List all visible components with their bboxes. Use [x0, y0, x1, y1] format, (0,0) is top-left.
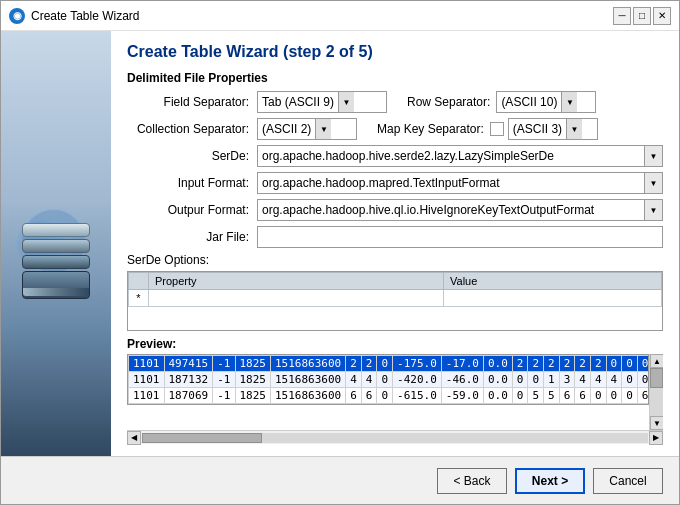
preview-cell: 0 [528, 372, 544, 388]
preview-cell: -46.0 [441, 372, 483, 388]
collection-separator-dropdown[interactable]: (ASCII 2) ▼ [257, 118, 357, 140]
preview-cell: 2 [361, 356, 377, 372]
scroll-left-btn[interactable]: ◀ [127, 431, 141, 445]
window-controls: ─ □ ✕ [613, 7, 671, 25]
footer: < Back Next > Cancel [1, 456, 679, 504]
preview-cell: -615.0 [393, 388, 442, 404]
app-icon: ◉ [9, 8, 25, 24]
close-button[interactable]: ✕ [653, 7, 671, 25]
row-separator-value: (ASCII 10) [501, 95, 557, 109]
serde-dropdown-btn[interactable]: ▼ [644, 146, 662, 166]
preview-cell: 0 [622, 372, 638, 388]
preview-cell: -17.0 [441, 356, 483, 372]
preview-cell: 0 [377, 372, 393, 388]
preview-cell: 1516863600 [271, 388, 346, 404]
preview-cell: 0 [377, 388, 393, 404]
input-format-combo[interactable]: org.apache.hadoop.mapred.TextInputFormat… [257, 172, 663, 194]
field-separator-arrow[interactable]: ▼ [338, 92, 354, 112]
serde-options-row: * [129, 290, 662, 307]
scrollbar-track[interactable] [142, 433, 648, 443]
row-separator-label: Row Separator: [407, 95, 490, 109]
preview-cell: -59.0 [441, 388, 483, 404]
preview-cell: 4 [361, 372, 377, 388]
row-separator-arrow[interactable]: ▼ [561, 92, 577, 112]
preview-cell: -420.0 [393, 372, 442, 388]
preview-row: 1101187069-118251516863600660-615.0-59.0… [129, 388, 650, 404]
preview-cell: 6 [637, 388, 649, 404]
next-button[interactable]: Next > [515, 468, 585, 494]
preview-cell: 1516863600 [271, 372, 346, 388]
field-separator-row: Field Separator: Tab (ASCII 9) ▼ Row Sep… [127, 91, 663, 113]
preview-cell: 2 [559, 356, 575, 372]
preview-cell: 6 [559, 388, 575, 404]
preview-cell: 4 [575, 372, 591, 388]
main-window: ◉ Create Table Wizard ─ □ ✕ [0, 0, 680, 505]
sidebar [1, 31, 111, 456]
preview-cell: 0 [512, 388, 528, 404]
serde-label: SerDe: [127, 149, 257, 163]
field-separator-dropdown[interactable]: Tab (ASCII 9) ▼ [257, 91, 387, 113]
preview-cell: 187132 [164, 372, 213, 388]
preview-cell: -1 [213, 372, 235, 388]
serde-value: org.apache.hadoop.hive.serde2.lazy.LazyS… [258, 149, 644, 163]
preview-cell: 1825 [235, 372, 271, 388]
map-key-dropdown[interactable]: (ASCII 3) ▼ [508, 118, 598, 140]
serde-row-property[interactable] [149, 290, 444, 307]
preview-cell: 6 [575, 388, 591, 404]
scroll-up-btn[interactable]: ▲ [650, 354, 663, 368]
input-format-row: Input Format: org.apache.hadoop.mapred.T… [127, 172, 663, 194]
sidebar-graphic [16, 269, 96, 299]
preview-cell: 187069 [164, 388, 213, 404]
output-format-combo[interactable]: org.apache.hadoop.hive.ql.io.HiveIgnoreK… [257, 199, 663, 221]
field-separator-value: Tab (ASCII 9) [262, 95, 334, 109]
horizontal-scrollbar[interactable]: ◀ ▶ [127, 430, 663, 444]
preview-cell: 0.0 [483, 388, 512, 404]
preview-cell: 4 [606, 372, 622, 388]
serde-row: SerDe: org.apache.hadoop.hive.serde2.laz… [127, 145, 663, 167]
collection-separator-label: Collection Separator: [127, 122, 257, 136]
collection-separator-arrow[interactable]: ▼ [315, 119, 331, 139]
map-key-value: (ASCII 3) [513, 122, 562, 136]
preview-cell: -1 [213, 356, 235, 372]
cancel-button[interactable]: Cancel [593, 468, 663, 494]
preview-cell: 2 [346, 356, 362, 372]
input-format-dropdown-btn[interactable]: ▼ [644, 173, 662, 193]
map-key-arrow[interactable]: ▼ [566, 119, 582, 139]
preview-cell: 5 [544, 388, 560, 404]
serde-row-value[interactable] [444, 290, 662, 307]
preview-cell: 2 [512, 356, 528, 372]
scrollbar-thumb[interactable] [142, 433, 262, 443]
jar-file-input[interactable] [257, 226, 663, 248]
scroll-right-btn[interactable]: ▶ [649, 431, 663, 445]
map-key-checkbox[interactable] [490, 122, 504, 136]
collection-separator-value: (ASCII 2) [262, 122, 311, 136]
preview-cell: 0 [606, 356, 622, 372]
preview-cell: 0 [622, 356, 638, 372]
output-format-value: org.apache.hadoop.hive.ql.io.HiveIgnoreK… [258, 203, 644, 217]
preview-cell: 2 [590, 356, 606, 372]
section-title: Delimited File Properties [127, 71, 663, 85]
preview-container[interactable]: 1101497415-118251516863600220-175.0-17.0… [127, 354, 649, 405]
output-format-row: Outpur Format: org.apache.hadoop.hive.ql… [127, 199, 663, 221]
row-separator-dropdown[interactable]: (ASCII 10) ▼ [496, 91, 596, 113]
preview-cell: 5 [528, 388, 544, 404]
right-scrollbar[interactable]: ▲ ▼ [649, 354, 663, 430]
serde-options-label: SerDe Options: [127, 253, 663, 267]
serde-combo[interactable]: org.apache.hadoop.hive.serde2.lazy.LazyS… [257, 145, 663, 167]
maximize-button[interactable]: □ [633, 7, 651, 25]
serde-col-property: Property [149, 273, 444, 290]
preview-cell: 3 [559, 372, 575, 388]
preview-cell: -175.0 [393, 356, 442, 372]
output-format-dropdown-btn[interactable]: ▼ [644, 200, 662, 220]
serde-options-table-container: Property Value * [127, 271, 663, 331]
title-bar: ◉ Create Table Wizard ─ □ ✕ [1, 1, 679, 31]
scroll-down-btn[interactable]: ▼ [650, 416, 663, 430]
preview-cell: 4 [346, 372, 362, 388]
minimize-button[interactable]: ─ [613, 7, 631, 25]
preview-cell: 497415 [164, 356, 213, 372]
preview-cell: 2 [528, 356, 544, 372]
content-area: Create Table Wizard (step 2 of 5) Delimi… [1, 31, 679, 456]
preview-cell: 1101 [129, 372, 165, 388]
back-button[interactable]: < Back [437, 468, 507, 494]
preview-wrapper: Preview: 1101497415-118251516863600220-1… [127, 337, 663, 444]
